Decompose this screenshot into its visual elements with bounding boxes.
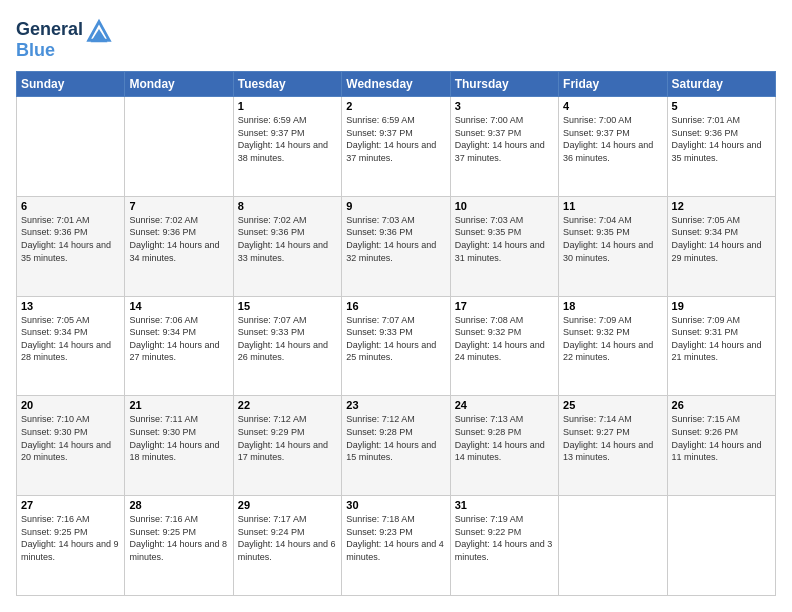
- day-number: 25: [563, 399, 662, 411]
- day-number: 14: [129, 300, 228, 312]
- calendar-week-row: 6Sunrise: 7:01 AMSunset: 9:36 PMDaylight…: [17, 196, 776, 296]
- calendar-cell: 29Sunrise: 7:17 AMSunset: 9:24 PMDayligh…: [233, 496, 341, 596]
- cell-info: Sunrise: 7:06 AMSunset: 9:34 PMDaylight:…: [129, 314, 228, 364]
- calendar-week-row: 13Sunrise: 7:05 AMSunset: 9:34 PMDayligh…: [17, 296, 776, 396]
- calendar-cell: 9Sunrise: 7:03 AMSunset: 9:36 PMDaylight…: [342, 196, 450, 296]
- day-number: 2: [346, 100, 445, 112]
- day-number: 5: [672, 100, 771, 112]
- day-number: 6: [21, 200, 120, 212]
- calendar-cell: 4Sunrise: 7:00 AMSunset: 9:37 PMDaylight…: [559, 97, 667, 197]
- cell-info: Sunrise: 6:59 AMSunset: 9:37 PMDaylight:…: [346, 114, 445, 164]
- logo-text: General: [16, 20, 83, 40]
- day-number: 11: [563, 200, 662, 212]
- day-number: 13: [21, 300, 120, 312]
- cell-info: Sunrise: 7:02 AMSunset: 9:36 PMDaylight:…: [129, 214, 228, 264]
- day-number: 28: [129, 499, 228, 511]
- calendar-cell: 19Sunrise: 7:09 AMSunset: 9:31 PMDayligh…: [667, 296, 775, 396]
- cell-info: Sunrise: 7:14 AMSunset: 9:27 PMDaylight:…: [563, 413, 662, 463]
- logo: General Blue: [16, 16, 113, 61]
- day-number: 26: [672, 399, 771, 411]
- calendar-cell: 10Sunrise: 7:03 AMSunset: 9:35 PMDayligh…: [450, 196, 558, 296]
- calendar-cell: 1Sunrise: 6:59 AMSunset: 9:37 PMDaylight…: [233, 97, 341, 197]
- day-number: 31: [455, 499, 554, 511]
- calendar-cell: 26Sunrise: 7:15 AMSunset: 9:26 PMDayligh…: [667, 396, 775, 496]
- cell-info: Sunrise: 7:17 AMSunset: 9:24 PMDaylight:…: [238, 513, 337, 563]
- calendar-cell: 7Sunrise: 7:02 AMSunset: 9:36 PMDaylight…: [125, 196, 233, 296]
- calendar-week-row: 1Sunrise: 6:59 AMSunset: 9:37 PMDaylight…: [17, 97, 776, 197]
- day-number: 29: [238, 499, 337, 511]
- calendar-cell: 11Sunrise: 7:04 AMSunset: 9:35 PMDayligh…: [559, 196, 667, 296]
- calendar-cell: 12Sunrise: 7:05 AMSunset: 9:34 PMDayligh…: [667, 196, 775, 296]
- day-number: 8: [238, 200, 337, 212]
- calendar-cell: 16Sunrise: 7:07 AMSunset: 9:33 PMDayligh…: [342, 296, 450, 396]
- calendar-cell: 20Sunrise: 7:10 AMSunset: 9:30 PMDayligh…: [17, 396, 125, 496]
- cell-info: Sunrise: 7:07 AMSunset: 9:33 PMDaylight:…: [346, 314, 445, 364]
- day-number: 20: [21, 399, 120, 411]
- cell-info: Sunrise: 7:03 AMSunset: 9:36 PMDaylight:…: [346, 214, 445, 264]
- weekday-header: Sunday: [17, 72, 125, 97]
- day-number: 27: [21, 499, 120, 511]
- day-number: 10: [455, 200, 554, 212]
- calendar-cell: [667, 496, 775, 596]
- calendar-cell: 31Sunrise: 7:19 AMSunset: 9:22 PMDayligh…: [450, 496, 558, 596]
- header: General Blue: [16, 16, 776, 61]
- calendar-header-row: SundayMondayTuesdayWednesdayThursdayFrid…: [17, 72, 776, 97]
- cell-info: Sunrise: 7:00 AMSunset: 9:37 PMDaylight:…: [563, 114, 662, 164]
- calendar-body: 1Sunrise: 6:59 AMSunset: 9:37 PMDaylight…: [17, 97, 776, 596]
- weekday-header: Wednesday: [342, 72, 450, 97]
- cell-info: Sunrise: 7:00 AMSunset: 9:37 PMDaylight:…: [455, 114, 554, 164]
- calendar-cell: 24Sunrise: 7:13 AMSunset: 9:28 PMDayligh…: [450, 396, 558, 496]
- calendar-week-row: 27Sunrise: 7:16 AMSunset: 9:25 PMDayligh…: [17, 496, 776, 596]
- cell-info: Sunrise: 7:08 AMSunset: 9:32 PMDaylight:…: [455, 314, 554, 364]
- day-number: 22: [238, 399, 337, 411]
- day-number: 30: [346, 499, 445, 511]
- cell-info: Sunrise: 7:05 AMSunset: 9:34 PMDaylight:…: [21, 314, 120, 364]
- cell-info: Sunrise: 7:07 AMSunset: 9:33 PMDaylight:…: [238, 314, 337, 364]
- cell-info: Sunrise: 7:16 AMSunset: 9:25 PMDaylight:…: [21, 513, 120, 563]
- day-number: 15: [238, 300, 337, 312]
- calendar-cell: 14Sunrise: 7:06 AMSunset: 9:34 PMDayligh…: [125, 296, 233, 396]
- cell-info: Sunrise: 7:01 AMSunset: 9:36 PMDaylight:…: [21, 214, 120, 264]
- calendar-cell: 18Sunrise: 7:09 AMSunset: 9:32 PMDayligh…: [559, 296, 667, 396]
- cell-info: Sunrise: 7:13 AMSunset: 9:28 PMDaylight:…: [455, 413, 554, 463]
- cell-info: Sunrise: 7:12 AMSunset: 9:29 PMDaylight:…: [238, 413, 337, 463]
- calendar-cell: 22Sunrise: 7:12 AMSunset: 9:29 PMDayligh…: [233, 396, 341, 496]
- day-number: 23: [346, 399, 445, 411]
- weekday-header: Friday: [559, 72, 667, 97]
- day-number: 4: [563, 100, 662, 112]
- cell-info: Sunrise: 7:15 AMSunset: 9:26 PMDaylight:…: [672, 413, 771, 463]
- cell-info: Sunrise: 7:09 AMSunset: 9:32 PMDaylight:…: [563, 314, 662, 364]
- cell-info: Sunrise: 6:59 AMSunset: 9:37 PMDaylight:…: [238, 114, 337, 164]
- cell-info: Sunrise: 7:01 AMSunset: 9:36 PMDaylight:…: [672, 114, 771, 164]
- calendar-cell: 21Sunrise: 7:11 AMSunset: 9:30 PMDayligh…: [125, 396, 233, 496]
- calendar-cell: 27Sunrise: 7:16 AMSunset: 9:25 PMDayligh…: [17, 496, 125, 596]
- day-number: 16: [346, 300, 445, 312]
- cell-info: Sunrise: 7:12 AMSunset: 9:28 PMDaylight:…: [346, 413, 445, 463]
- weekday-header: Saturday: [667, 72, 775, 97]
- day-number: 19: [672, 300, 771, 312]
- calendar-cell: 28Sunrise: 7:16 AMSunset: 9:25 PMDayligh…: [125, 496, 233, 596]
- calendar-cell: 15Sunrise: 7:07 AMSunset: 9:33 PMDayligh…: [233, 296, 341, 396]
- calendar-cell: [125, 97, 233, 197]
- calendar-cell: 13Sunrise: 7:05 AMSunset: 9:34 PMDayligh…: [17, 296, 125, 396]
- day-number: 12: [672, 200, 771, 212]
- day-number: 18: [563, 300, 662, 312]
- calendar-cell: 30Sunrise: 7:18 AMSunset: 9:23 PMDayligh…: [342, 496, 450, 596]
- calendar-cell: [17, 97, 125, 197]
- calendar-week-row: 20Sunrise: 7:10 AMSunset: 9:30 PMDayligh…: [17, 396, 776, 496]
- cell-info: Sunrise: 7:18 AMSunset: 9:23 PMDaylight:…: [346, 513, 445, 563]
- day-number: 9: [346, 200, 445, 212]
- day-number: 1: [238, 100, 337, 112]
- day-number: 24: [455, 399, 554, 411]
- cell-info: Sunrise: 7:02 AMSunset: 9:36 PMDaylight:…: [238, 214, 337, 264]
- day-number: 7: [129, 200, 228, 212]
- day-number: 21: [129, 399, 228, 411]
- calendar-cell: 2Sunrise: 6:59 AMSunset: 9:37 PMDaylight…: [342, 97, 450, 197]
- cell-info: Sunrise: 7:04 AMSunset: 9:35 PMDaylight:…: [563, 214, 662, 264]
- cell-info: Sunrise: 7:16 AMSunset: 9:25 PMDaylight:…: [129, 513, 228, 563]
- weekday-header: Monday: [125, 72, 233, 97]
- cell-info: Sunrise: 7:05 AMSunset: 9:34 PMDaylight:…: [672, 214, 771, 264]
- page: General Blue SundayMondayTuesdayWednesda…: [0, 0, 792, 612]
- day-number: 17: [455, 300, 554, 312]
- cell-info: Sunrise: 7:19 AMSunset: 9:22 PMDaylight:…: [455, 513, 554, 563]
